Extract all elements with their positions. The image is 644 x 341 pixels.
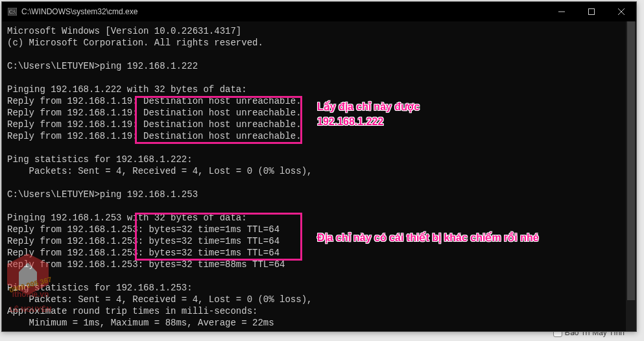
terminal-line: Reply from 192.168.1.253: bytes=32 time=…	[7, 259, 631, 270]
terminal-line: Reply from 192.168.1.19: Destination hos…	[7, 130, 631, 142]
terminal-line: Approximate round trip times in milli-se…	[7, 305, 631, 317]
terminal-line	[7, 142, 631, 154]
terminal-line	[7, 72, 631, 84]
svg-rect-3	[589, 9, 595, 15]
window-title: C:\WINDOWS\system32\cmd.exe	[21, 7, 547, 16]
cmd-window: C:\ C:\WINDOWS\system32\cmd.exe Microsof…	[1, 1, 637, 332]
terminal-line	[7, 49, 631, 60]
maximize-button[interactable]	[577, 2, 606, 21]
scrollbar-thumb[interactable]	[627, 21, 635, 300]
terminal-line: Reply from 192.168.1.253: bytes=32 time=…	[7, 224, 631, 235]
terminal-line: Pinging 192.168.1.253 with 32 bytes of d…	[7, 212, 631, 224]
terminal-line: C:\Users\LETUYEN>ping 192.168.1.253	[7, 189, 631, 200]
terminal-line: Microsoft Windows [Version 10.0.22631.43…	[7, 25, 631, 37]
terminal-line: Minimum = 1ms, Maximum = 88ms, Average =…	[7, 317, 631, 329]
terminal-line: (c) Microsoft Corporation. All rights re…	[7, 37, 631, 49]
terminal-line: Reply from 192.168.1.19: Destination hos…	[7, 95, 631, 107]
close-button[interactable]	[606, 2, 636, 21]
terminal-line: Reply from 192.168.1.19: Destination hos…	[7, 107, 631, 119]
terminal-line: Ping statistics for 192.168.1.253:	[7, 282, 631, 294]
terminal-line	[7, 200, 631, 212]
terminal-line: Reply from 192.168.1.253: bytes=32 time=…	[7, 247, 631, 259]
titlebar[interactable]: C:\ C:\WINDOWS\system32\cmd.exe	[2, 2, 636, 21]
terminal-line	[7, 177, 631, 189]
terminal-line: Reply from 192.168.1.19: Destination hos…	[7, 119, 631, 130]
terminal-line: C:\Users\LETUYEN>ping 192.168.1.222	[7, 60, 631, 72]
terminal-line	[7, 329, 631, 331]
terminal-line	[7, 270, 631, 282]
terminal-line: Packets: Sent = 4, Received = 4, Lost = …	[7, 165, 631, 177]
terminal-output[interactable]: Microsoft Windows [Version 10.0.22631.43…	[2, 21, 636, 331]
cmd-icon: C:\	[7, 6, 18, 17]
terminal-line: Packets: Sent = 4, Received = 4, Lost = …	[7, 294, 631, 305]
terminal-line: Ping statistics for 192.168.1.222:	[7, 154, 631, 165]
terminal-line: Reply from 192.168.1.253: bytes=32 time=…	[7, 235, 631, 247]
scrollbar[interactable]	[626, 21, 636, 331]
terminal-line: Pinging 192.168.1.222 with 32 bytes of d…	[7, 84, 631, 95]
minimize-button[interactable]	[547, 2, 577, 21]
svg-text:C:\: C:\	[9, 9, 16, 15]
